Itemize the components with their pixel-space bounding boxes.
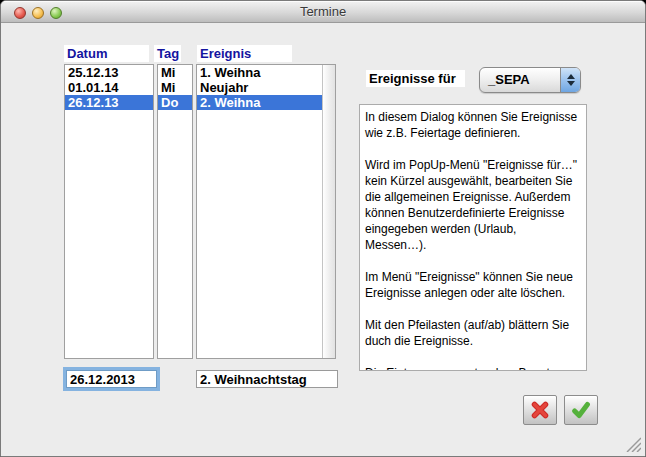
scrollbar-track[interactable] <box>322 65 335 358</box>
chevron-up-down-icon <box>560 68 580 92</box>
resize-grip-icon[interactable] <box>623 436 641 452</box>
list-ereignis: 1. WeihnaNeujahr2. Weihna <box>196 64 336 359</box>
list-item-datum[interactable]: 26.12.13 <box>65 95 153 110</box>
list-item-tag[interactable]: Mi <box>158 65 192 80</box>
help-paragraph: In diesem Dialog können Sie Ereignisse w… <box>365 109 581 141</box>
help-paragraph: Die Eintragungen unter dem Benutzer "_SE… <box>365 365 581 371</box>
list-item-datum[interactable]: 25.12.13 <box>65 65 153 80</box>
events-for-popup[interactable]: _SEPA <box>479 67 581 93</box>
list-item-ereignis[interactable]: 2. Weihna <box>197 95 335 110</box>
list-item-tag[interactable]: Mi <box>158 80 192 95</box>
popup-selected-value: _SEPA <box>480 68 560 92</box>
help-paragraph: Im Menü "Ereignisse" können Sie neue Ere… <box>365 269 581 301</box>
list-item-ereignis[interactable]: Neujahr <box>197 80 335 95</box>
x-icon <box>529 399 551 421</box>
list-item-ereignis[interactable]: 1. Weihna <box>197 65 335 80</box>
column-header-ereignis: Ereignis <box>197 45 292 62</box>
date-input[interactable] <box>66 370 157 388</box>
list-item-tag[interactable]: Do <box>158 95 192 110</box>
list-datum: 25.12.1301.01.1426.12.13 <box>64 64 154 359</box>
window-title: Termine <box>1 1 645 23</box>
termine-dialog-window: Termine Datum Tag Ereignis 25.12.1301.01… <box>0 0 646 457</box>
help-paragraph: Mit den Pfeilasten (auf/ab) blättern Sie… <box>365 317 581 349</box>
help-paragraph: Wird im PopUp-Menü "Ereignisse für…" kei… <box>365 157 581 253</box>
cancel-button[interactable] <box>523 395 557 425</box>
titlebar[interactable]: Termine <box>1 1 645 23</box>
list-item-datum[interactable]: 01.01.14 <box>65 80 153 95</box>
check-icon <box>570 399 592 421</box>
event-name-input[interactable] <box>196 370 338 388</box>
help-text-panel: In diesem Dialog können Sie Ereignisse w… <box>359 104 587 371</box>
confirm-button[interactable] <box>564 395 598 425</box>
column-header-tag: Tag <box>154 45 181 62</box>
events-for-label: Ereignisse für <box>366 70 465 87</box>
list-tag: MiMiDo <box>157 64 193 359</box>
column-header-datum: Datum <box>64 45 149 62</box>
